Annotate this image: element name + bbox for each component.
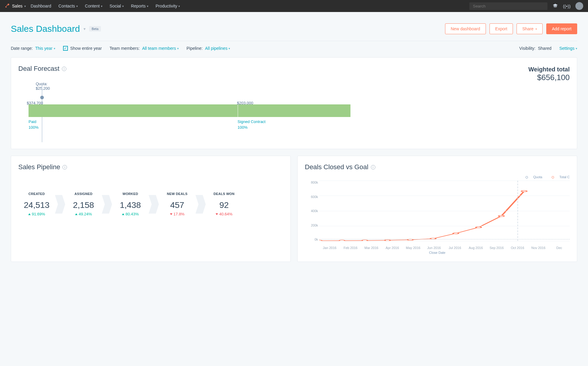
nav-dashboard[interactable]: Dashboard (31, 4, 51, 8)
show-entire-year-label: Show entire year (70, 46, 102, 51)
chevron-right-icon (195, 195, 206, 214)
hubspot-logo-icon (5, 3, 10, 9)
page-header: Sales Dashboard ▾ Beta New dashboard Exp… (11, 18, 577, 34)
pipeline-stage: WORKED1,43880.43% (112, 192, 149, 216)
svg-point-7 (408, 239, 413, 240)
academy-icon[interactable] (552, 3, 558, 9)
filter-pipeline-value[interactable]: All pipelines▾ (205, 46, 230, 51)
quota-label: Quota: $25,200 (36, 82, 50, 91)
chevron-down-icon: ▾ (76, 4, 78, 8)
chevron-right-icon (149, 195, 159, 214)
stage-change: 80.43% (112, 212, 149, 216)
stage-value: 92 (206, 200, 242, 210)
stage-name: DEALS WON (206, 192, 242, 196)
chevron-right-icon (55, 195, 65, 214)
sales-pipeline-title: Sales Pipeline i (18, 163, 283, 171)
top-nav: Sales ▾ Dashboard Contacts▾ Content▾ Soc… (0, 0, 588, 12)
settings-link[interactable]: Settings▾ (559, 46, 577, 51)
stage-change: 91.69% (18, 212, 55, 216)
page-title: Sales Dashboard (11, 24, 80, 34)
svg-point-9 (453, 233, 459, 234)
deal-forecast-card: Deal Forecast i Weighted total $656,100 … (11, 57, 577, 149)
deals-closed-chart: 800k600k400k200k0k Jan 2016Feb 2016Mar 2… (305, 181, 570, 250)
pipeline-stage: ASSIGNED2,15849.24% (65, 192, 102, 216)
svg-point-1 (8, 4, 9, 5)
forecast-bar (29, 104, 350, 117)
sales-pipeline-card: Sales Pipeline i CREATED24,51391.69%ASSI… (11, 156, 291, 262)
stage-value: 1,438 (112, 200, 149, 210)
forecast-stage-signed: Signed Contract 100% (238, 119, 352, 130)
chevron-down-icon: ▾ (178, 4, 180, 8)
nav-brand[interactable]: Sales (12, 4, 23, 8)
info-icon[interactable]: i (371, 165, 375, 170)
broadcast-icon[interactable]: ((•)) (563, 4, 571, 9)
weighted-total-label: Weighted total (529, 66, 570, 73)
stage-name: WORKED (112, 192, 149, 196)
filter-bar: Date range: This year▾ ✓ Show entire yea… (11, 46, 577, 51)
beta-badge: Beta (89, 26, 101, 32)
pipeline-stage: DEALS WON9240.64% (206, 192, 242, 216)
stage-change: 40.64% (206, 212, 242, 216)
quota-marker-dot (40, 96, 44, 99)
show-entire-year-checkbox[interactable]: ✓ (63, 46, 68, 51)
filter-pipeline-label: Pipeline: (186, 46, 203, 51)
nav-reports[interactable]: Reports▾ (131, 4, 148, 8)
deal-forecast-title: Deal Forecast i (18, 65, 66, 73)
info-icon[interactable]: i (62, 67, 66, 71)
stage-name: NEW DEALS (159, 192, 195, 196)
chevron-down-icon: ▾ (24, 4, 26, 8)
add-report-button[interactable]: Add report (546, 23, 577, 34)
filter-team-value[interactable]: All team members▾ (142, 46, 179, 51)
new-dashboard-button[interactable]: New dashboard (445, 23, 486, 34)
chart-legend: Quota Total C (305, 175, 570, 179)
chevron-down-icon[interactable]: ▾ (83, 26, 86, 31)
chevron-down-icon: ▾ (535, 27, 537, 31)
svg-rect-2 (6, 4, 8, 6)
share-button[interactable]: Share▾ (517, 23, 542, 34)
nav-contacts[interactable]: Contacts▾ (59, 4, 78, 8)
stage-value: 2,158 (65, 200, 102, 210)
avatar[interactable] (575, 2, 583, 10)
chevron-down-icon: ▾ (122, 4, 124, 8)
nav-productivity[interactable]: Productivity▾ (156, 4, 180, 8)
filter-team-label: Team members: (110, 46, 140, 51)
stage-change: 17.8% (159, 212, 195, 216)
deals-closed-card: Deals Closed vs Goal i Quota Total C 800… (297, 156, 577, 262)
stage-name: ASSIGNED (65, 192, 102, 196)
svg-point-0 (5, 6, 7, 8)
search-input[interactable] (469, 2, 547, 10)
chevron-right-icon (102, 195, 112, 214)
deals-closed-title: Deals Closed vs Goal i (305, 163, 570, 171)
pipeline-stage: NEW DEALS45717.8% (159, 192, 195, 216)
filter-date-value[interactable]: This year▾ (35, 46, 55, 51)
visibility-value: Shared (538, 46, 551, 51)
export-button[interactable]: Export (489, 23, 513, 34)
nav-social[interactable]: Social▾ (110, 4, 124, 8)
forecast-stage-paid: Paid 100% (29, 119, 238, 130)
svg-point-10 (476, 227, 481, 228)
chart-x-axis-title: Close Date (305, 251, 570, 254)
filter-date-label: Date range: (11, 46, 33, 51)
visibility-label: Visibility: (519, 46, 535, 51)
chevron-down-icon: ▾ (147, 4, 148, 8)
nav-content[interactable]: Content▾ (85, 4, 102, 8)
stage-change: 49.24% (65, 212, 102, 216)
stage-value: 457 (159, 200, 195, 210)
info-icon[interactable]: i (62, 165, 67, 170)
svg-point-11 (499, 215, 504, 217)
stage-name: CREATED (18, 192, 55, 196)
weighted-total-value: $656,100 (529, 73, 570, 82)
pipeline-stage: CREATED24,51391.69% (18, 192, 55, 216)
svg-point-12 (521, 190, 527, 192)
chevron-down-icon: ▾ (101, 4, 102, 8)
stage-value: 24,513 (18, 200, 55, 210)
